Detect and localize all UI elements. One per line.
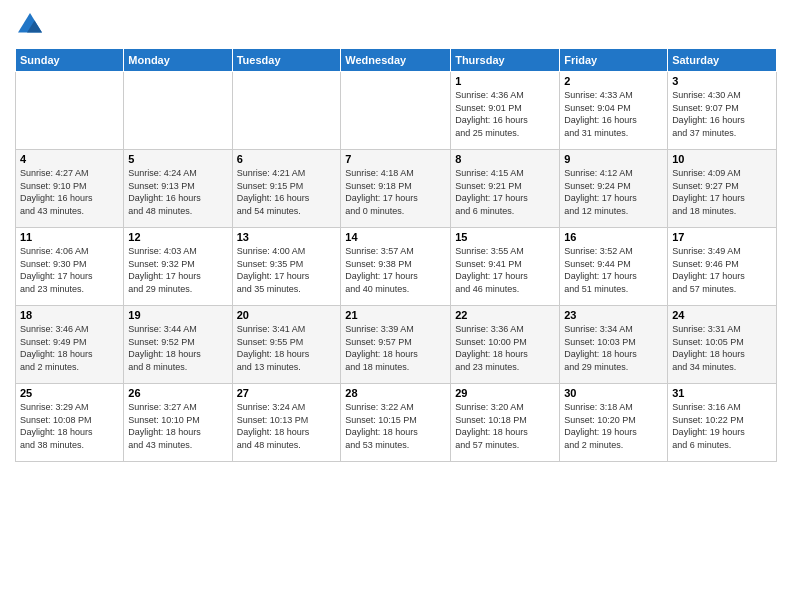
calendar-cell: 22Sunrise: 3:36 AMSunset: 10:00 PMDaylig…	[451, 306, 560, 384]
day-number: 24	[672, 309, 772, 321]
day-info: Sunrise: 4:06 AMSunset: 9:30 PMDaylight:…	[20, 245, 119, 295]
calendar-week-3: 11Sunrise: 4:06 AMSunset: 9:30 PMDayligh…	[16, 228, 777, 306]
day-number: 21	[345, 309, 446, 321]
calendar-cell: 12Sunrise: 4:03 AMSunset: 9:32 PMDayligh…	[124, 228, 232, 306]
calendar-cell: 25Sunrise: 3:29 AMSunset: 10:08 PMDaylig…	[16, 384, 124, 462]
day-number: 23	[564, 309, 663, 321]
calendar-cell: 11Sunrise: 4:06 AMSunset: 9:30 PMDayligh…	[16, 228, 124, 306]
calendar-header-sunday: Sunday	[16, 49, 124, 72]
calendar-cell: 18Sunrise: 3:46 AMSunset: 9:49 PMDayligh…	[16, 306, 124, 384]
calendar-header-friday: Friday	[560, 49, 668, 72]
calendar-cell: 24Sunrise: 3:31 AMSunset: 10:05 PMDaylig…	[668, 306, 777, 384]
day-info: Sunrise: 3:27 AMSunset: 10:10 PMDaylight…	[128, 401, 227, 451]
calendar-header-tuesday: Tuesday	[232, 49, 341, 72]
calendar-cell: 7Sunrise: 4:18 AMSunset: 9:18 PMDaylight…	[341, 150, 451, 228]
day-number: 11	[20, 231, 119, 243]
day-number: 6	[237, 153, 337, 165]
calendar-cell: 10Sunrise: 4:09 AMSunset: 9:27 PMDayligh…	[668, 150, 777, 228]
day-info: Sunrise: 3:57 AMSunset: 9:38 PMDaylight:…	[345, 245, 446, 295]
calendar-cell	[341, 72, 451, 150]
day-number: 2	[564, 75, 663, 87]
day-info: Sunrise: 4:33 AMSunset: 9:04 PMDaylight:…	[564, 89, 663, 139]
header	[15, 10, 777, 40]
day-number: 30	[564, 387, 663, 399]
calendar-cell: 28Sunrise: 3:22 AMSunset: 10:15 PMDaylig…	[341, 384, 451, 462]
day-number: 7	[345, 153, 446, 165]
page: SundayMondayTuesdayWednesdayThursdayFrid…	[0, 0, 792, 612]
calendar-cell: 26Sunrise: 3:27 AMSunset: 10:10 PMDaylig…	[124, 384, 232, 462]
day-info: Sunrise: 4:24 AMSunset: 9:13 PMDaylight:…	[128, 167, 227, 217]
calendar-cell: 8Sunrise: 4:15 AMSunset: 9:21 PMDaylight…	[451, 150, 560, 228]
calendar-cell: 27Sunrise: 3:24 AMSunset: 10:13 PMDaylig…	[232, 384, 341, 462]
calendar-cell: 2Sunrise: 4:33 AMSunset: 9:04 PMDaylight…	[560, 72, 668, 150]
calendar-cell: 19Sunrise: 3:44 AMSunset: 9:52 PMDayligh…	[124, 306, 232, 384]
logo-icon	[15, 10, 45, 40]
day-info: Sunrise: 3:36 AMSunset: 10:00 PMDaylight…	[455, 323, 555, 373]
calendar-week-2: 4Sunrise: 4:27 AMSunset: 9:10 PMDaylight…	[16, 150, 777, 228]
calendar-week-4: 18Sunrise: 3:46 AMSunset: 9:49 PMDayligh…	[16, 306, 777, 384]
calendar-cell: 4Sunrise: 4:27 AMSunset: 9:10 PMDaylight…	[16, 150, 124, 228]
day-info: Sunrise: 3:44 AMSunset: 9:52 PMDaylight:…	[128, 323, 227, 373]
calendar-cell: 23Sunrise: 3:34 AMSunset: 10:03 PMDaylig…	[560, 306, 668, 384]
calendar-cell: 16Sunrise: 3:52 AMSunset: 9:44 PMDayligh…	[560, 228, 668, 306]
day-number: 15	[455, 231, 555, 243]
calendar-cell: 17Sunrise: 3:49 AMSunset: 9:46 PMDayligh…	[668, 228, 777, 306]
day-info: Sunrise: 3:34 AMSunset: 10:03 PMDaylight…	[564, 323, 663, 373]
day-number: 19	[128, 309, 227, 321]
day-info: Sunrise: 3:16 AMSunset: 10:22 PMDaylight…	[672, 401, 772, 451]
day-info: Sunrise: 4:15 AMSunset: 9:21 PMDaylight:…	[455, 167, 555, 217]
day-number: 25	[20, 387, 119, 399]
calendar-cell: 1Sunrise: 4:36 AMSunset: 9:01 PMDaylight…	[451, 72, 560, 150]
calendar-header-wednesday: Wednesday	[341, 49, 451, 72]
calendar-cell: 6Sunrise: 4:21 AMSunset: 9:15 PMDaylight…	[232, 150, 341, 228]
calendar-cell: 29Sunrise: 3:20 AMSunset: 10:18 PMDaylig…	[451, 384, 560, 462]
calendar-cell	[232, 72, 341, 150]
day-info: Sunrise: 4:12 AMSunset: 9:24 PMDaylight:…	[564, 167, 663, 217]
day-number: 31	[672, 387, 772, 399]
day-number: 28	[345, 387, 446, 399]
day-info: Sunrise: 3:46 AMSunset: 9:49 PMDaylight:…	[20, 323, 119, 373]
calendar-header-row: SundayMondayTuesdayWednesdayThursdayFrid…	[16, 49, 777, 72]
day-info: Sunrise: 4:21 AMSunset: 9:15 PMDaylight:…	[237, 167, 337, 217]
day-info: Sunrise: 4:36 AMSunset: 9:01 PMDaylight:…	[455, 89, 555, 139]
calendar-header-saturday: Saturday	[668, 49, 777, 72]
day-info: Sunrise: 3:18 AMSunset: 10:20 PMDaylight…	[564, 401, 663, 451]
calendar-cell: 30Sunrise: 3:18 AMSunset: 10:20 PMDaylig…	[560, 384, 668, 462]
day-number: 12	[128, 231, 227, 243]
day-info: Sunrise: 4:03 AMSunset: 9:32 PMDaylight:…	[128, 245, 227, 295]
day-info: Sunrise: 4:00 AMSunset: 9:35 PMDaylight:…	[237, 245, 337, 295]
day-number: 22	[455, 309, 555, 321]
day-info: Sunrise: 3:24 AMSunset: 10:13 PMDaylight…	[237, 401, 337, 451]
calendar-table: SundayMondayTuesdayWednesdayThursdayFrid…	[15, 48, 777, 462]
calendar-cell: 31Sunrise: 3:16 AMSunset: 10:22 PMDaylig…	[668, 384, 777, 462]
day-info: Sunrise: 4:27 AMSunset: 9:10 PMDaylight:…	[20, 167, 119, 217]
day-number: 4	[20, 153, 119, 165]
day-number: 20	[237, 309, 337, 321]
day-info: Sunrise: 3:22 AMSunset: 10:15 PMDaylight…	[345, 401, 446, 451]
calendar-week-1: 1Sunrise: 4:36 AMSunset: 9:01 PMDaylight…	[16, 72, 777, 150]
calendar-cell: 5Sunrise: 4:24 AMSunset: 9:13 PMDaylight…	[124, 150, 232, 228]
day-info: Sunrise: 3:41 AMSunset: 9:55 PMDaylight:…	[237, 323, 337, 373]
logo	[15, 10, 49, 40]
day-info: Sunrise: 3:52 AMSunset: 9:44 PMDaylight:…	[564, 245, 663, 295]
day-info: Sunrise: 3:20 AMSunset: 10:18 PMDaylight…	[455, 401, 555, 451]
day-info: Sunrise: 3:49 AMSunset: 9:46 PMDaylight:…	[672, 245, 772, 295]
day-number: 16	[564, 231, 663, 243]
day-number: 27	[237, 387, 337, 399]
day-info: Sunrise: 3:55 AMSunset: 9:41 PMDaylight:…	[455, 245, 555, 295]
calendar-cell: 14Sunrise: 3:57 AMSunset: 9:38 PMDayligh…	[341, 228, 451, 306]
calendar-week-5: 25Sunrise: 3:29 AMSunset: 10:08 PMDaylig…	[16, 384, 777, 462]
day-number: 9	[564, 153, 663, 165]
day-number: 29	[455, 387, 555, 399]
day-number: 5	[128, 153, 227, 165]
calendar-cell: 15Sunrise: 3:55 AMSunset: 9:41 PMDayligh…	[451, 228, 560, 306]
day-number: 8	[455, 153, 555, 165]
day-info: Sunrise: 4:09 AMSunset: 9:27 PMDaylight:…	[672, 167, 772, 217]
day-number: 1	[455, 75, 555, 87]
day-number: 17	[672, 231, 772, 243]
day-info: Sunrise: 4:30 AMSunset: 9:07 PMDaylight:…	[672, 89, 772, 139]
calendar-cell	[16, 72, 124, 150]
day-number: 10	[672, 153, 772, 165]
calendar-cell	[124, 72, 232, 150]
day-number: 13	[237, 231, 337, 243]
